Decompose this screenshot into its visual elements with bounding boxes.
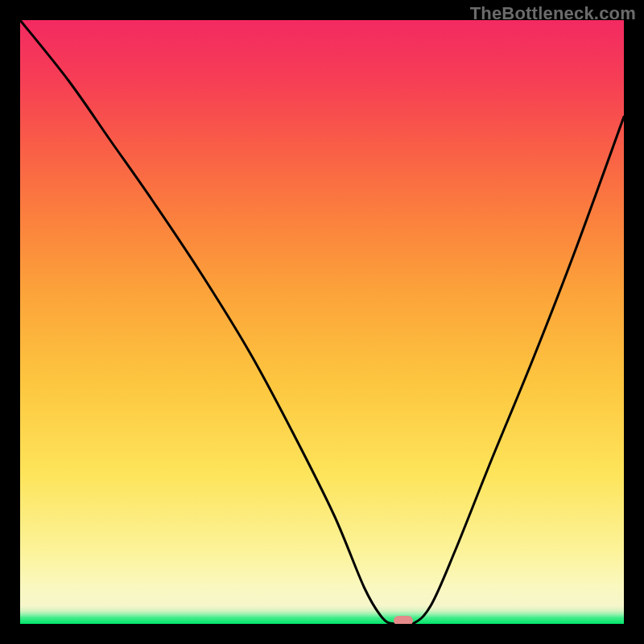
chart-frame: TheBottleneck.com — [0, 0, 644, 644]
optimum-marker — [394, 616, 413, 624]
watermark-text: TheBottleneck.com — [470, 3, 636, 24]
heat-gradient-background — [20, 20, 624, 624]
plot-area — [20, 20, 624, 624]
